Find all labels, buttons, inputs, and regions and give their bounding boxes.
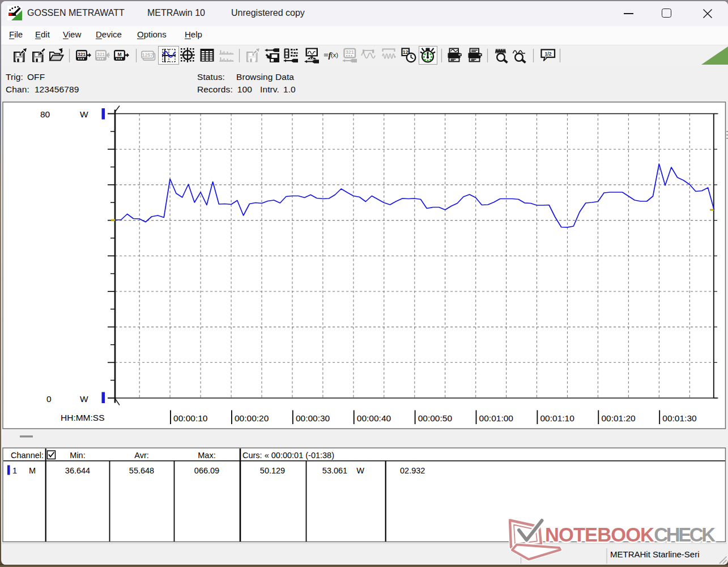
svg-text:1/2: 1/2 — [545, 51, 552, 57]
svg-text:00:01:00: 00:01:00 — [479, 413, 514, 423]
svg-text:02.932: 02.932 — [400, 466, 425, 475]
svg-text:00:00:50: 00:00:50 — [418, 413, 453, 423]
svg-text:00:01:30: 00:01:30 — [662, 413, 697, 423]
svg-text:36.644: 36.644 — [65, 466, 90, 475]
svg-text:321: 321 — [97, 52, 105, 57]
svg-text:W: W — [80, 394, 88, 404]
svg-text:W: W — [356, 466, 364, 475]
svg-text:00:01:10: 00:01:10 — [540, 413, 575, 423]
svg-text:Min:: Min: — [70, 451, 85, 460]
svg-text:00:00:40: 00:00:40 — [357, 413, 391, 423]
svg-text:Curs: « 00:00:01 (-01:38): Curs: « 00:00:01 (-01:38) — [242, 451, 334, 460]
svg-text:W: W — [80, 109, 88, 119]
svg-text:M: M — [29, 466, 36, 475]
svg-text:M: M — [117, 52, 121, 57]
svg-text:HH:MM:SS: HH:MM:SS — [61, 413, 105, 422]
svg-text:1257: 1257 — [142, 52, 153, 58]
svg-text:321: 321 — [346, 49, 354, 55]
svg-text:50.129: 50.129 — [260, 466, 285, 475]
svg-text:321: 321 — [78, 52, 86, 57]
svg-text:(x): (x) — [331, 52, 338, 58]
svg-text:0: 0 — [46, 394, 52, 404]
svg-text:Channel:: Channel: — [11, 451, 44, 460]
svg-text:00:00:10: 00:00:10 — [173, 413, 208, 423]
svg-text:00:01:20: 00:01:20 — [601, 413, 636, 423]
svg-text:Avr:: Avr: — [134, 451, 149, 460]
svg-text:53.061: 53.061 — [322, 466, 347, 475]
svg-text:80: 80 — [40, 109, 50, 119]
svg-text:00:00:30: 00:00:30 — [296, 413, 330, 423]
svg-text:00:00:20: 00:00:20 — [235, 413, 269, 423]
svg-text:1: 1 — [12, 466, 17, 475]
svg-text:55.648: 55.648 — [129, 466, 154, 475]
svg-text:Max:: Max: — [198, 451, 215, 460]
svg-text:066.09: 066.09 — [194, 466, 219, 475]
